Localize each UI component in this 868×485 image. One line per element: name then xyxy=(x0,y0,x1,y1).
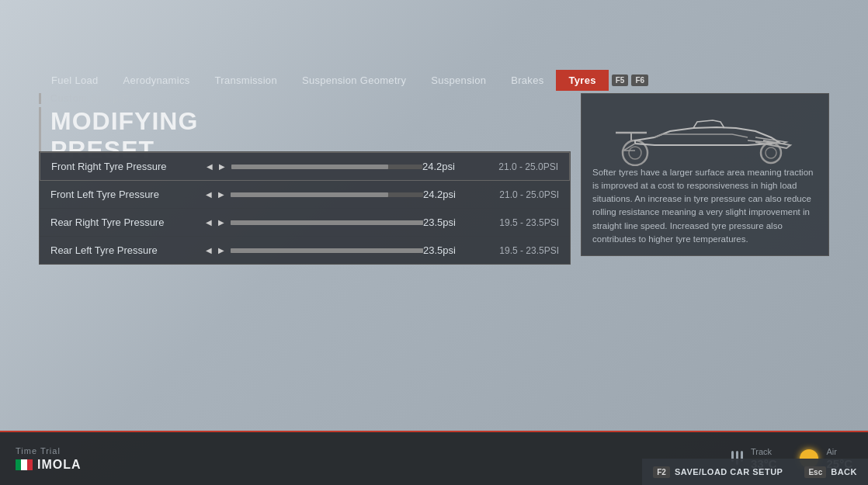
setting-row-front-left: Front Left Tyre Pressure ◀ ▶ 24.2psi 21.… xyxy=(40,181,570,209)
svg-rect-7 xyxy=(21,459,27,470)
nav-badge-f5[interactable]: F5 xyxy=(612,74,629,86)
slider-fill-front-right xyxy=(231,165,388,169)
setting-row-rear-right: Rear Right Tyre Pressure ◀ ▶ 23.5psi 19.… xyxy=(40,209,570,237)
nav-tyres[interactable]: Tyres xyxy=(556,70,608,91)
arrow-left-rear-left[interactable]: ◀ xyxy=(206,246,212,255)
back-key-badge: Esc xyxy=(804,466,826,478)
setting-label-front-left: Front Left Tyre Pressure xyxy=(50,189,206,200)
location-name: IMOLA xyxy=(37,458,82,472)
nav-suspension-geometry[interactable]: Suspension Geometry xyxy=(290,70,418,91)
air-label: Air xyxy=(826,447,836,456)
nav-brakes[interactable]: Brakes xyxy=(498,70,556,91)
slider-bar-front-right[interactable] xyxy=(231,165,422,169)
nav-fuel-load[interactable]: Fuel Load xyxy=(39,70,111,91)
action-bar: F2 SAVE/LOAD CAR SETUP Esc BACK xyxy=(642,459,868,485)
setting-range-rear-right: 19.5 - 23.5PSI xyxy=(474,217,559,228)
save-key-badge: F2 xyxy=(653,466,670,478)
arrow-right-front-left[interactable]: ▶ xyxy=(218,190,224,199)
setting-range-front-right: 21.0 - 25.0PSI xyxy=(473,161,558,172)
setting-value-rear-left: 23.5psi xyxy=(423,244,474,256)
setting-controls-front-left: ◀ ▶ xyxy=(206,190,423,199)
slider-bar-rear-left[interactable] xyxy=(231,248,423,253)
setting-controls-rear-left: ◀ ▶ xyxy=(206,246,423,255)
setup-subtitle: Custom Setup C xyxy=(39,93,279,104)
status-location: IMOLA xyxy=(16,458,82,472)
nav-badge-f6[interactable]: F6 xyxy=(631,74,648,86)
arrow-left-rear-right[interactable]: ◀ xyxy=(206,218,212,227)
slider-fill-rear-right xyxy=(231,220,423,225)
italy-flag-icon xyxy=(16,459,33,470)
status-bar: Time Trial IMOLA Track 33°C xyxy=(0,431,868,485)
settings-panel: Front Right Tyre Pressure ◀ ▶ 24.2psi 21… xyxy=(39,151,571,265)
arrow-right-rear-left[interactable]: ▶ xyxy=(218,246,224,255)
status-mode: Time Trial xyxy=(16,446,82,456)
slider-fill-rear-left xyxy=(231,248,423,253)
arrow-left-front-right[interactable]: ◀ xyxy=(207,162,213,171)
setting-range-rear-left: 19.5 - 23.5PSI xyxy=(474,245,559,256)
setting-value-rear-right: 23.5psi xyxy=(423,217,474,228)
slider-bar-rear-right[interactable] xyxy=(231,220,423,225)
nav-aerodynamics[interactable]: Aerodynamics xyxy=(111,70,203,91)
setting-controls-rear-right: ◀ ▶ xyxy=(206,218,423,227)
track-label: Track xyxy=(751,447,772,456)
svg-rect-8 xyxy=(27,459,33,470)
setting-controls-front-right: ◀ ▶ xyxy=(207,162,422,171)
setting-row-front-right: Front Right Tyre Pressure ◀ ▶ 24.2psi 21… xyxy=(40,152,570,181)
status-left: Time Trial IMOLA xyxy=(16,446,82,472)
setting-label-rear-left: Rear Left Tyre Pressure xyxy=(50,244,206,256)
save-load-button[interactable]: F2 SAVE/LOAD CAR SETUP xyxy=(642,459,793,485)
slider-fill-front-left xyxy=(231,192,388,197)
slider-bar-front-left[interactable] xyxy=(231,192,423,197)
setting-value-front-right: 24.2psi xyxy=(422,161,473,172)
setting-row-rear-left: Rear Left Tyre Pressure ◀ ▶ 23.5psi 19.5… xyxy=(40,237,570,264)
arrow-right-front-right[interactable]: ▶ xyxy=(219,162,225,171)
nav-transmission[interactable]: Transmission xyxy=(203,70,290,91)
back-button[interactable]: Esc BACK xyxy=(793,459,868,485)
arrow-left-front-left[interactable]: ◀ xyxy=(206,190,212,199)
back-label: BACK xyxy=(831,467,857,476)
setting-value-front-left: 24.2psi xyxy=(423,189,474,200)
info-panel: Softer tyres have a larger surface area … xyxy=(581,93,829,256)
info-description: Softer tyres have a larger surface area … xyxy=(582,157,828,256)
setting-label-rear-right: Rear Right Tyre Pressure xyxy=(50,217,206,228)
top-nav: Fuel Load Aerodynamics Transmission Susp… xyxy=(39,70,829,91)
nav-suspension[interactable]: Suspension xyxy=(418,70,498,91)
setting-label-front-right: Front Right Tyre Pressure xyxy=(51,161,207,172)
save-label: SAVE/LOAD CAR SETUP xyxy=(675,467,783,476)
svg-rect-6 xyxy=(16,459,21,470)
arrow-right-rear-right[interactable]: ▶ xyxy=(218,218,224,227)
setting-range-front-left: 21.0 - 25.0PSI xyxy=(474,189,559,200)
